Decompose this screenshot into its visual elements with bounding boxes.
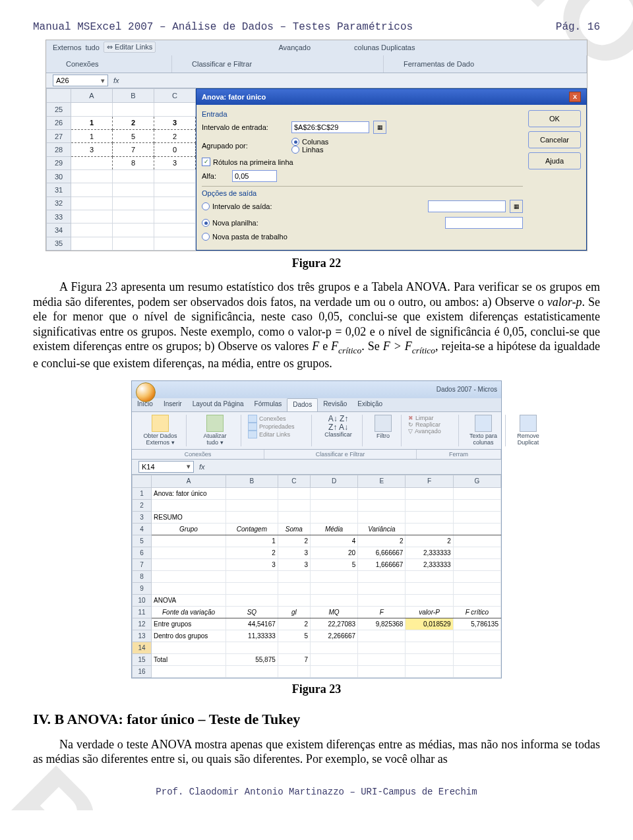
row-header[interactable]: 6 xyxy=(133,547,152,558)
row-header[interactable]: 7 xyxy=(133,558,152,570)
cell[interactable] xyxy=(310,511,357,523)
cell[interactable] xyxy=(226,487,278,499)
cell[interactable]: 2,333333 xyxy=(406,558,453,570)
close-icon[interactable]: X xyxy=(569,92,581,102)
cell[interactable] xyxy=(152,535,226,547)
cell[interactable]: 2 xyxy=(406,535,453,547)
cell[interactable] xyxy=(278,570,310,582)
cell[interactable] xyxy=(278,582,310,594)
cell[interactable] xyxy=(226,570,278,582)
cell[interactable] xyxy=(226,594,278,606)
tab-layout[interactable]: Layout da Página xyxy=(187,398,249,411)
row-header[interactable]: 33 xyxy=(47,210,71,223)
range-picker-icon[interactable]: ▦ xyxy=(510,200,523,213)
cell[interactable] xyxy=(453,582,500,594)
cell[interactable]: MQ xyxy=(310,606,357,618)
cell[interactable] xyxy=(310,487,357,499)
ribbon-filtro[interactable]: Filtro xyxy=(365,415,402,446)
col-header[interactable]: A xyxy=(152,475,226,487)
cell[interactable] xyxy=(358,630,406,642)
row-header[interactable]: 31 xyxy=(47,183,71,196)
cell[interactable] xyxy=(226,582,278,594)
col-header[interactable]: C xyxy=(278,475,310,487)
cell[interactable]: 0,018529 xyxy=(406,618,453,630)
ribbon-classificar[interactable]: A↓ Z↑Z↑ A↓ Classificar xyxy=(315,415,363,446)
row-header[interactable]: 28 xyxy=(47,143,71,156)
col-header[interactable]: C xyxy=(154,89,196,103)
cell[interactable]: 55,875 xyxy=(226,653,278,665)
row-header[interactable]: 26 xyxy=(47,116,71,129)
cell[interactable] xyxy=(453,547,500,558)
cell[interactable] xyxy=(453,570,500,582)
conexoes-button[interactable]: Conexões xyxy=(248,415,286,423)
cell[interactable] xyxy=(310,582,357,594)
out-intervalo-input[interactable] xyxy=(428,200,506,212)
cell[interactable] xyxy=(278,487,310,499)
cell[interactable] xyxy=(406,630,453,642)
cell[interactable] xyxy=(278,665,310,677)
dialog-title-bar[interactable]: Anova: fator único X xyxy=(196,89,586,105)
cell[interactable]: Fonte da variação xyxy=(152,606,226,618)
cell[interactable]: SQ xyxy=(226,606,278,618)
cell[interactable] xyxy=(358,570,406,582)
cell[interactable] xyxy=(406,594,453,606)
cell[interactable]: 1 xyxy=(226,535,278,547)
row-header[interactable]: 25 xyxy=(47,103,71,116)
rotulos-checkbox[interactable]: Rótulos na primeira linha xyxy=(202,158,293,166)
row-header[interactable]: 8 xyxy=(133,570,152,582)
cell[interactable]: 2 xyxy=(278,618,310,630)
cell[interactable] xyxy=(358,487,406,499)
ribbon-remover-duplicatas[interactable]: RemoveDuplicat xyxy=(508,415,548,446)
tab-inserir[interactable]: Inserir xyxy=(158,398,187,411)
cell[interactable] xyxy=(152,499,226,511)
agrupado-linhas-radio[interactable]: Linhas xyxy=(291,146,328,154)
propriedades-button[interactable]: Propriedades xyxy=(248,423,295,431)
cell[interactable] xyxy=(358,665,406,677)
cell[interactable] xyxy=(310,653,357,665)
worksheet-2[interactable]: A B C D E F G 1Anova: fator único23RESUM… xyxy=(132,475,501,678)
out-intervalo-radio[interactable]: Intervalo de saída: xyxy=(202,202,272,210)
cell[interactable]: 1,666667 xyxy=(358,558,406,570)
cell[interactable] xyxy=(310,642,357,653)
row-header[interactable]: 16 xyxy=(133,665,152,677)
cell[interactable]: 5,786135 xyxy=(453,618,500,630)
editar-links-button[interactable]: Editar Links xyxy=(248,431,290,438)
cell[interactable]: 11,33333 xyxy=(226,630,278,642)
cell[interactable] xyxy=(226,642,278,653)
cell[interactable]: gl xyxy=(278,606,310,618)
tab-exibicao[interactable]: Exibição xyxy=(352,398,388,411)
cell[interactable]: 4 xyxy=(310,535,357,547)
cell[interactable] xyxy=(406,653,453,665)
cell[interactable] xyxy=(152,582,226,594)
cell[interactable] xyxy=(406,642,453,653)
cell[interactable] xyxy=(152,547,226,558)
cell[interactable] xyxy=(453,642,500,653)
cell[interactable] xyxy=(310,594,357,606)
cell[interactable] xyxy=(453,665,500,677)
cell[interactable]: ANOVA xyxy=(152,594,226,606)
row-header[interactable]: 14 xyxy=(133,642,152,653)
cell[interactable] xyxy=(278,511,310,523)
col-header[interactable]: F xyxy=(406,475,453,487)
row-header[interactable]: 3 xyxy=(133,511,152,523)
name-box-2[interactable]: K14▾ xyxy=(138,461,194,473)
row-header[interactable]: 30 xyxy=(47,169,71,183)
cell[interactable] xyxy=(358,499,406,511)
col-header[interactable]: B xyxy=(113,89,154,103)
out-nova-pasta-radio[interactable]: Nova pasta de trabalho xyxy=(202,233,287,241)
out-nova-planilha-input[interactable] xyxy=(445,217,523,229)
cell[interactable] xyxy=(358,653,406,665)
col-header[interactable]: E xyxy=(358,475,406,487)
name-box[interactable]: A26 ▾ xyxy=(53,75,108,86)
range-picker-icon[interactable]: ▦ xyxy=(373,121,386,134)
row-header[interactable]: 1 xyxy=(133,487,152,499)
cell[interactable]: 20 xyxy=(310,547,357,558)
cell[interactable]: 3 xyxy=(278,558,310,570)
cell[interactable]: 2,333333 xyxy=(406,547,453,558)
select-all-corner[interactable] xyxy=(133,475,152,487)
cell[interactable] xyxy=(453,523,500,535)
cell[interactable] xyxy=(406,499,453,511)
cell[interactable] xyxy=(453,630,500,642)
cell[interactable] xyxy=(310,499,357,511)
cell[interactable] xyxy=(226,665,278,677)
